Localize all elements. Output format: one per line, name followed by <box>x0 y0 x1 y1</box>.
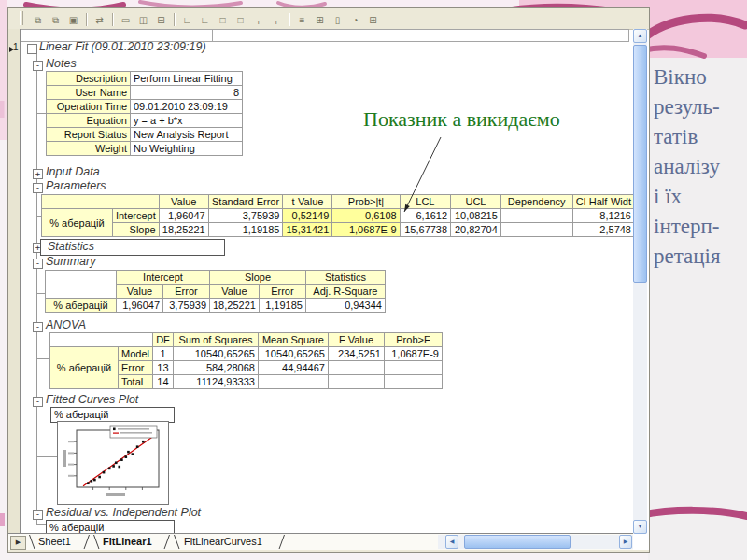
vertical-scrollbar[interactable]: ▲ ▼ <box>633 29 647 534</box>
add-plot-icon[interactable]: ⊞ <box>312 14 328 28</box>
copy-page-icon[interactable]: ⧉ <box>48 14 63 28</box>
fitted-curves-chart <box>58 422 168 504</box>
vertical-scroll-thumb[interactable] <box>633 45 647 283</box>
parameters-cell: 2,5748 <box>572 223 634 237</box>
tab-fitlinear1-active[interactable]: FitLinear1 <box>103 536 152 547</box>
axes-frame-alt-icon[interactable]: ⌌ <box>268 14 284 28</box>
parameters-param: Intercept <box>112 209 159 223</box>
expand-icon[interactable]: + <box>33 169 43 179</box>
anova-header: Mean Square <box>258 333 328 347</box>
tab-sheet1[interactable]: Sheet1 <box>38 536 71 547</box>
scroll-up-button[interactable]: ▲ <box>633 29 647 43</box>
scroll-down-icon: ▼ <box>638 524 643 529</box>
axes-corner-icon[interactable]: ∟ <box>179 14 195 28</box>
anova-cell: 10540,65265 <box>173 347 258 361</box>
notes-value: No Weighting <box>131 142 243 156</box>
fitted-curves-plot <box>57 421 169 505</box>
summary-cell: 0,94344 <box>305 299 385 313</box>
toolbar-separator <box>86 13 87 26</box>
layout-single-icon[interactable]: ▭ <box>118 14 134 28</box>
anova-cell: 584,28068 <box>173 361 258 375</box>
toolbar-grip[interactable] <box>20 11 23 25</box>
y-axis-label <box>63 450 66 467</box>
axes-frame-icon[interactable]: ⌌ <box>250 14 266 28</box>
parameters-cell: -- <box>500 223 572 237</box>
scatter-point <box>108 468 111 470</box>
tab-edge <box>279 535 285 549</box>
axes-box-icon[interactable]: □ <box>215 14 231 28</box>
scatter-point <box>118 466 120 469</box>
horizontal-scroll-thumb[interactable] <box>464 535 571 549</box>
clock-icon[interactable]: ◔ <box>347 14 363 28</box>
parameters-cell: 15,31421 <box>283 223 332 237</box>
notes-label: Report Status <box>47 128 131 142</box>
line-style-icon[interactable]: ≡ <box>294 14 310 28</box>
collapse-icon[interactable]: - <box>33 183 43 193</box>
scatter-point <box>127 451 130 454</box>
axes-box-alt-icon[interactable]: □ <box>233 14 248 28</box>
anova-header-blank <box>50 333 153 347</box>
tab-nav-button[interactable]: ▶ <box>10 536 26 550</box>
tab-edge <box>84 535 90 549</box>
y-tick-label <box>68 464 74 466</box>
collapse-icon[interactable]: - <box>33 510 43 520</box>
caption-line: резуль- <box>654 95 745 125</box>
scatter-point <box>125 455 128 458</box>
caption-line: інтерп- <box>654 215 745 245</box>
summary-cell: 18,25221 <box>210 299 260 313</box>
copy-window-icon[interactable]: ▣ <box>65 14 81 28</box>
scroll-down-button[interactable]: ▼ <box>633 520 647 534</box>
window-bottom-strip <box>8 550 649 552</box>
y-tick-label <box>68 441 74 442</box>
y-tick-label <box>68 475 74 477</box>
slide-caption: Вікно резуль- татів аналізу і їх інтерп-… <box>654 65 745 274</box>
page-edge <box>20 29 21 534</box>
notes-table: DescriptionPerform Linear Fitting User N… <box>46 71 243 156</box>
notes-label: Description <box>47 72 131 86</box>
section-title-residual-plot: Residual vs. Independent Plot <box>46 506 201 519</box>
anova-header: F Value <box>328 333 384 347</box>
parameters-cell: 1,0687E-9 <box>332 223 400 237</box>
anova-source: Total <box>119 375 153 389</box>
refresh-icon[interactable]: ⇄ <box>92 14 107 28</box>
tree-connector <box>36 293 45 294</box>
collapse-icon[interactable]: - <box>33 259 43 269</box>
layout-stack-icon[interactable]: ⊟ <box>153 14 169 28</box>
section-title-notes: Notes <box>46 57 77 70</box>
y-tick-label <box>68 452 74 454</box>
parameters-cell: 3,75939 <box>208 209 283 223</box>
notes-value: y = a + b*x <box>131 114 243 128</box>
horizontal-scrollbar[interactable]: ◀ ▶ <box>438 535 633 549</box>
notes-label: User Name <box>47 86 131 100</box>
scatter-point <box>103 471 106 474</box>
worksheet-icon[interactable]: ⊞ <box>365 14 381 28</box>
row-gutter <box>8 29 20 534</box>
parameters-cell: 18,25221 <box>159 223 208 237</box>
anova-cell: 234,5251 <box>328 347 384 361</box>
tree-connector <box>36 358 49 359</box>
new-note-icon[interactable]: ▯ <box>330 14 345 28</box>
anova-cell <box>384 375 442 389</box>
toolbar-icons: ⧉⧉▣⇄▭◫⊟∟∟□□⌌⌌≡⊞▯◔⊞ <box>29 10 382 27</box>
collapse-icon[interactable]: - <box>27 44 37 54</box>
axes-corner-alt-icon[interactable]: ∟ <box>197 14 213 28</box>
anova-cell <box>258 375 328 389</box>
column-header-cell <box>212 29 629 42</box>
copy-icon[interactable]: ⧉ <box>30 14 46 28</box>
report-title: Linear Fit (09.01.2010 23:09:19) <box>39 40 206 53</box>
scroll-left-button[interactable]: ◀ <box>445 535 458 549</box>
collapse-icon[interactable]: - <box>33 322 43 332</box>
tab-fitlinearcurves1[interactable]: FitLinearCurves1 <box>184 536 262 547</box>
scroll-right-button[interactable]: ▶ <box>619 535 632 549</box>
summary-group-header: Intercept <box>117 271 210 285</box>
summary-row-group: % аберацій <box>46 299 117 313</box>
tree-connector <box>36 113 46 114</box>
tree-connector <box>36 524 46 525</box>
notes-label: Operation Time <box>47 100 131 114</box>
layout-two-panel-icon[interactable]: ◫ <box>135 14 151 28</box>
tab-nav-icon: ▶ <box>16 539 21 545</box>
collapse-icon[interactable]: - <box>33 397 43 407</box>
x-axis-label <box>106 493 125 496</box>
collapse-icon[interactable]: - <box>33 61 43 71</box>
anova-cell: 10540,65265 <box>258 347 328 361</box>
